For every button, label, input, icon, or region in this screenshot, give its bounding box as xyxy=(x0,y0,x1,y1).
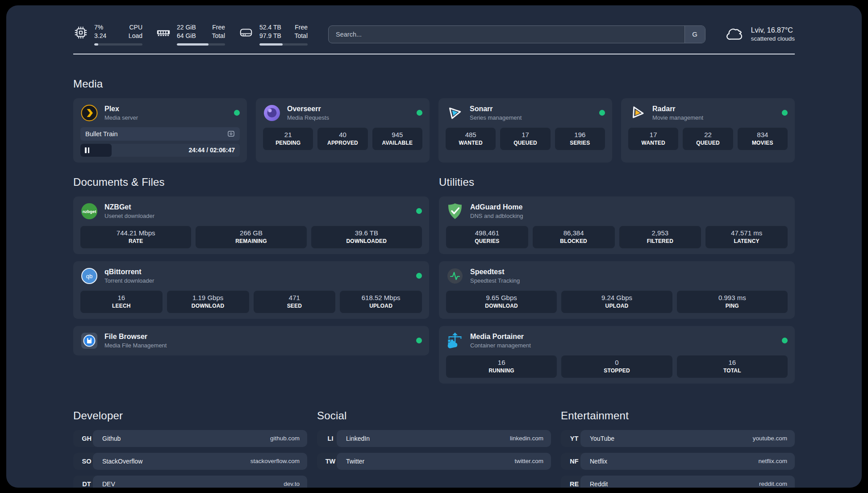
search-engine-button[interactable]: G xyxy=(684,26,705,43)
stat-downloaded: 39.6 TB DOWNLOADED xyxy=(311,226,422,248)
memory-progress-bar xyxy=(177,43,225,46)
playback-progress-bar: 24:44 / 02:06:47 xyxy=(80,144,240,157)
plex-icon xyxy=(80,104,98,122)
sonarr-icon xyxy=(446,104,463,122)
card-sonarr[interactable]: Sonarr Series management 485 WANTED 17 Q… xyxy=(438,98,612,163)
link-item[interactable]: YouTube youtube.com xyxy=(580,430,795,447)
section-utilities: Utilities AdGuard Home DNS and adblockin… xyxy=(439,176,795,384)
disk-progress-bar xyxy=(259,43,308,46)
service-name: qBittorrent xyxy=(104,268,154,276)
speedtest-icon xyxy=(446,267,464,285)
stat-stopped: 0 STOPPED xyxy=(561,355,672,378)
section-developer: Developer GH Github github.com SO StackO… xyxy=(73,409,307,488)
stat-queued: 17 QUEUED xyxy=(500,128,550,150)
section-title-social: Social xyxy=(317,409,551,422)
system-stat-cpu: 7% 3.24 CPU Load xyxy=(73,23,142,46)
service-name: NZBGet xyxy=(104,203,154,211)
link-item[interactable]: StackOverflow stackoverflow.com xyxy=(93,453,307,470)
card-speedtest[interactable]: Speedtest Speedtest Tracking 9.65 Gbps D… xyxy=(439,261,795,319)
stat-latency: 47.571 ms LATENCY xyxy=(705,226,788,248)
link-item[interactable]: Netflix netflix.com xyxy=(580,453,795,470)
card-radarr[interactable]: Radarr Movie management 17 WANTED 22 QUE… xyxy=(621,98,795,163)
stat-approved: 40 APPROVED xyxy=(317,128,367,150)
link-item[interactable]: DEV dev.to xyxy=(93,476,307,488)
link-twitter: TW Twitter twitter.com xyxy=(317,453,551,470)
section-title-developer: Developer xyxy=(73,409,307,422)
service-description: Media Requests xyxy=(287,114,329,121)
service-description: Media server xyxy=(104,114,138,121)
card-nzbget[interactable]: nzbget NZBGet Usenet downloader 744.21 M… xyxy=(73,196,429,254)
cpu-label: CPU xyxy=(129,23,142,32)
stat-wanted: 17 WANTED xyxy=(628,128,678,150)
disk-total-label: Total xyxy=(294,32,308,40)
cpu-load-value: 3.24 xyxy=(94,32,106,40)
service-description: Movie management xyxy=(652,114,703,121)
link-item[interactable]: LinkedIn linkedin.com xyxy=(337,430,551,447)
status-dot xyxy=(782,110,788,116)
stat-queued: 22 QUEUED xyxy=(683,128,733,150)
cpu-progress-bar xyxy=(94,43,142,46)
section-title-utilities: Utilities xyxy=(439,176,795,188)
stat-total: 16 TOTAL xyxy=(677,355,788,378)
card-adguard[interactable]: AdGuard Home DNS and adblocking 498,461 … xyxy=(439,196,795,254)
stat-available: 945 AVAILABLE xyxy=(372,128,422,150)
link-reddit: RE Reddit reddit.com xyxy=(561,476,795,488)
service-name: AdGuard Home xyxy=(470,203,523,211)
filebrowser-icon xyxy=(80,332,98,350)
section-documents: Documents & Files nzbget NZBGet Usenet d… xyxy=(73,176,429,384)
link-dev-to: DT DEV dev.to xyxy=(73,476,307,488)
disk-total-value: 97.9 TB xyxy=(259,32,281,40)
dashboard-panel: 7% 3.24 CPU Load xyxy=(6,5,862,488)
section-social: Social LI LinkedIn linkedin.com TW Twitt… xyxy=(317,409,551,488)
link-netflix: NF Netflix netflix.com xyxy=(561,453,795,470)
link-item[interactable]: Github github.com xyxy=(93,430,307,447)
section-entertainment: Entertainment YT YouTube youtube.com NF … xyxy=(561,409,795,488)
disk-free-value: 52.4 TB xyxy=(259,23,281,32)
stat-ping: 0.993 ms PING xyxy=(677,291,788,313)
link-linkedin: LI LinkedIn linkedin.com xyxy=(317,430,551,447)
link-item[interactable]: Twitter twitter.com xyxy=(337,453,551,470)
disk-icon xyxy=(238,25,254,40)
weather-widget[interactable]: Lviv, 16.87°C scattered clouds xyxy=(725,26,795,42)
stat-remaining: 266 GB REMAINING xyxy=(196,226,306,248)
service-description: Container management xyxy=(470,342,531,349)
header-divider xyxy=(73,54,795,54)
link-item[interactable]: Reddit reddit.com xyxy=(580,476,795,488)
qbittorrent-icon: qb xyxy=(80,267,98,285)
stat-upload: 618.52 Mbps UPLOAD xyxy=(340,291,422,313)
link-youtube: YT YouTube youtube.com xyxy=(561,430,795,447)
stat-running: 16 RUNNING xyxy=(446,355,557,378)
card-plex[interactable]: Plex Media server Bullet Train 24:44 / 0 xyxy=(73,98,247,163)
card-overseerr[interactable]: Overseerr Media Requests 21 PENDING 40 A… xyxy=(256,98,430,163)
card-filebrowser[interactable]: File Browser Media File Management xyxy=(73,326,429,355)
stat-download: 1.19 Gbps DOWNLOAD xyxy=(167,291,249,313)
stat-queries: 498,461 QUERIES xyxy=(446,226,528,248)
stat-upload: 9.24 Gbps UPLOAD xyxy=(561,291,672,313)
stat-rate: 744.21 Mbps RATE xyxy=(80,226,191,248)
weather-condition: scattered clouds xyxy=(751,35,795,42)
cpu-load-label: Load xyxy=(129,32,142,40)
section-title-documents: Documents & Files xyxy=(73,176,429,188)
card-portainer[interactable]: Media Portainer Container management 16 … xyxy=(439,326,795,384)
stat-filtered: 2,953 FILTERED xyxy=(619,226,701,248)
now-playing-row: Bullet Train xyxy=(80,127,240,141)
nzbget-icon: nzbget xyxy=(80,202,98,220)
session-screen-icon xyxy=(227,130,235,137)
memory-free-value: 22 GiB xyxy=(177,23,196,32)
service-name: Media Portainer xyxy=(470,333,531,341)
section-title-media: Media xyxy=(73,78,795,90)
card-qbittorrent[interactable]: qb qBittorrent Torrent downloader 16 LEE… xyxy=(73,261,429,319)
link-stackoverflow: SO StackOverflow stackoverflow.com xyxy=(73,453,307,470)
disk-free-label: Free xyxy=(294,23,308,32)
service-name: Speedtest xyxy=(470,268,520,276)
top-bar: 7% 3.24 CPU Load xyxy=(73,23,795,46)
system-stats: 7% 3.24 CPU Load xyxy=(73,23,308,46)
cpu-usage-value: 7% xyxy=(94,23,106,32)
search-input[interactable] xyxy=(328,25,705,43)
adguard-icon xyxy=(446,202,464,220)
status-dot xyxy=(417,110,422,116)
pause-icon[interactable] xyxy=(85,147,89,153)
ram-icon xyxy=(156,25,171,40)
stat-leech: 16 LEECH xyxy=(80,291,163,313)
service-name: Sonarr xyxy=(470,105,522,113)
